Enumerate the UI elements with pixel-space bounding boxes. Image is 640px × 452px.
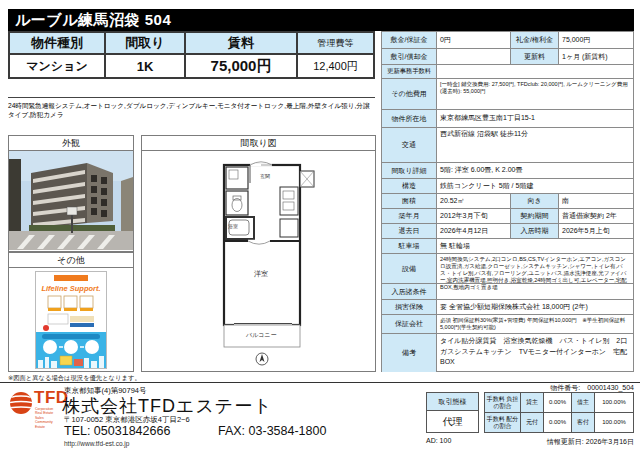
row-parking: 駐車場 無 駐輪場 (382, 239, 633, 254)
structure-value: 鉄筋コンクリート 5階 / 5階建 (437, 179, 633, 193)
guarantor-value: 必須 初回保証料30%(家賃+管理費) 年間保証料10,000円 ※学生初回保証… (437, 315, 633, 333)
facing-value: 南 (559, 194, 633, 208)
fee-split-row: 手数料 配分の割合 元付 0.00% 客付 100.00% (485, 413, 633, 432)
deal-type-box: 取引態様 代理 (426, 392, 479, 433)
landlord-percent: 0.00% (544, 393, 572, 412)
transport-label: 交通 (382, 128, 437, 162)
finding-agent-label: 客付 (572, 413, 595, 432)
renewal-admin-value (437, 65, 633, 78)
area-label: 面積 (382, 194, 437, 208)
summary-header-rent: 賃料 (186, 33, 298, 55)
property-listing-sheet: ルーブル練馬沼袋 504 物件種別 間取り 賃料 管理費等 マンション 1K 7… (0, 0, 640, 452)
amortization-label: 敷引/償却金 (382, 49, 437, 64)
other-costs-value: [一時金] 鍵交換費用: 27,500円, TFDclub: 20,000円, … (437, 79, 633, 109)
details-table: 敷金/保証金 0円 礼金/権利金 75,000円 敷引/償却金 更新料 1ヶ月 … (381, 31, 634, 372)
floorplan-header: 間取り図 (141, 135, 376, 151)
tfd-logo: TFD Corporation Real Estate Sales Commun… (8, 390, 62, 436)
info-updated-date: 情報更新日: 2026年3月16日 (547, 437, 634, 447)
row-deposit: 敷金/保証金 0円 礼金/権利金 75,000円 (382, 32, 633, 49)
keymoney-value: 75,000円 (559, 32, 633, 48)
parking-label: 駐車場 (382, 239, 437, 253)
tfd-logo-subtext: Corporation Real Estate Sales Community … (35, 407, 62, 429)
guarantor-label: 保証会社 (382, 315, 437, 333)
insurance-label: 損害保険 (382, 300, 437, 314)
property-title: ルーブル練馬沼袋 504 (15, 11, 171, 28)
tenant-label: 借主 (572, 393, 595, 412)
floorplan-room-label: 洋室 (254, 269, 268, 279)
structure-label: 構造 (382, 179, 437, 193)
floorplan-balcony-label: バルコニー (246, 331, 277, 340)
layout-detail-value: 5階: 洋室 6.00畳, K 2.00畳 (437, 163, 633, 178)
deposit-value: 0円 (437, 32, 510, 48)
location-value: 東京都練馬区豊玉南1丁目15-1 (437, 110, 633, 127)
summary-header-layout: 間取り (106, 33, 186, 55)
conditions-label: 入居諸条件 (382, 284, 437, 299)
deal-type-value: 代理 (427, 411, 478, 433)
flyer-title: Lifeline Support. (36, 284, 106, 293)
built-value: 2012年3月下旬 (437, 209, 510, 223)
contract-label: 契約期間 (510, 209, 559, 223)
fee-table: 手数料 負担の割合 貸主 0.00% 借主 100.00% 手数料 配分の割合 … (484, 392, 634, 433)
other-costs-label: その他費用 (382, 79, 437, 109)
summary-value-type: マンション (10, 55, 106, 77)
company-fax: FAX: 03-3584-1800 (218, 424, 326, 438)
built-label: 築年月 (382, 209, 437, 223)
contract-value: 普通借家契約 2年 (559, 209, 633, 223)
listing-agent-label: 元付 (521, 413, 544, 432)
fee-burden-row: 手数料 負担の割合 貸主 0.00% 借主 100.00% (485, 393, 633, 413)
summary-value-rent: 75,000円 (186, 55, 298, 77)
summary-header-type: 物件種別 (10, 33, 106, 55)
row-layout-detail: 間取り詳細 5階: 洋室 6.00畳, K 2.00畳 (382, 163, 633, 179)
insurance-value: 要 全管協少額短期保険株式会社 18,000円 (2年) (437, 300, 633, 314)
area-value: 20.52㎡ (437, 194, 510, 208)
row-structure: 構造 鉄筋コンクリート 5階 / 5階建 (382, 179, 633, 194)
moveout-value: 2026年4月12日 (437, 224, 510, 238)
row-conditions: 入居諸条件 (382, 284, 633, 300)
remarks-label: 備考 (382, 334, 437, 372)
location-label: 物件所在地 (382, 110, 437, 127)
summary-header-fee: 管理費等 (298, 33, 373, 55)
tenant-percent: 100.00% (595, 393, 633, 412)
renewal-admin-label: 更新事務手数料 (382, 65, 437, 78)
conditions-value (437, 284, 633, 299)
lifeline-support-flyer: Lifeline Support. (35, 271, 107, 369)
deal-type-label: 取引態様 (427, 393, 478, 411)
parking-value: 無 駐輪場 (437, 239, 633, 253)
other-panel: Lifeline Support. (8, 268, 134, 372)
equipment-label: 設備 (382, 254, 437, 283)
building-photo-graphic (9, 151, 133, 250)
fee-burden-label: 手数料 負担の割合 (485, 393, 521, 412)
exterior-photo (8, 151, 134, 252)
company-url: http://www.tfd-est.co.jp (64, 440, 129, 447)
fee-split-label: 手数料 配分の割合 (485, 413, 521, 432)
row-area: 面積 20.52㎡ 向き 南 (382, 194, 633, 209)
summary-value-row: マンション 1K 75,000円 12,400円 (10, 55, 373, 77)
exterior-photo-header: 外観 (8, 135, 134, 151)
summary-table: 物件種別 間取り 賃料 管理費等 マンション 1K 75,000円 12,400… (8, 31, 375, 79)
row-equipment: 設備 24時間換気システム,2口コンロ,BS,CS,TVインターホン,エアコン,… (382, 254, 633, 284)
listing-agent-percent: 0.00% (544, 413, 572, 432)
ad-value: AD: 100 (426, 437, 451, 444)
property-title-bar: ルーブル練馬沼袋 504 (8, 9, 634, 31)
other-panel-header: その他 (8, 252, 134, 268)
finding-agent-percent: 100.00% (595, 413, 633, 432)
summary-value-fee: 12,400円 (298, 55, 373, 77)
renewal-fee-value: 1ヶ月 (新賃料) (559, 49, 633, 64)
movein-label: 入居時期 (510, 224, 559, 238)
tfd-globe-icon (8, 390, 34, 416)
movein-value: 2026年5月上旬 (559, 224, 633, 238)
row-guarantor: 保証会社 必須 初回保証料30%(家賃+管理費) 年間保証料10,000円 ※学… (382, 315, 633, 334)
row-moveout: 退去日 2026年4月12日 入居時期 2026年5月上旬 (382, 224, 633, 239)
moveout-label: 退去日 (382, 224, 437, 238)
row-renewal-admin: 更新事務手数料 (382, 65, 633, 79)
summary-value-layout: 1K (106, 55, 186, 77)
floorplan-bath-label: 浴室 (228, 223, 238, 229)
deposit-label: 敷金/保証金 (382, 32, 437, 48)
amortization-value (437, 49, 510, 64)
row-built: 築年月 2012年3月下旬 契約期間 普通借家契約 2年 (382, 209, 633, 224)
remarks-value: タイル貼分譲賃貸 浴室換気乾燥機 バス・トイレ別 2口ガスシステムキッチン TV… (437, 334, 633, 372)
facing-label: 向き (510, 194, 559, 208)
row-location: 物件所在地 東京都練馬区豊玉南1丁目15-1 (382, 110, 633, 128)
floorplan-panel: 洋室 バルコニー 浴室 玄関 (141, 151, 376, 372)
layout-detail-label: 間取り詳細 (382, 163, 437, 178)
